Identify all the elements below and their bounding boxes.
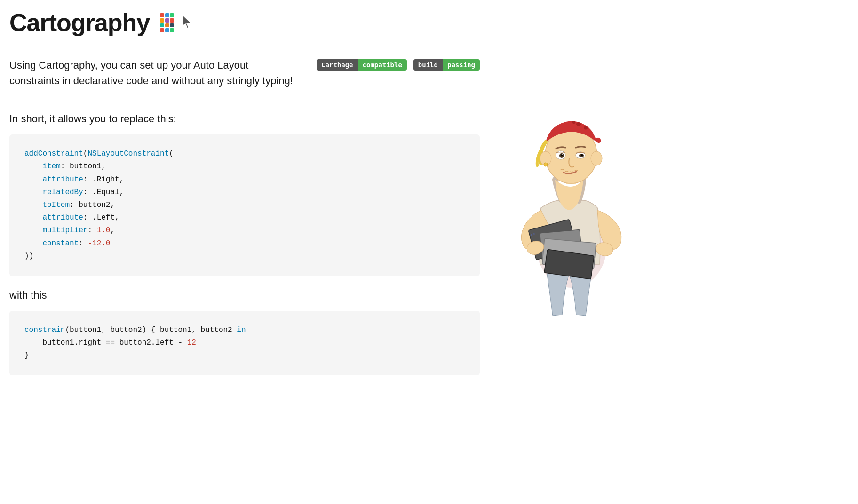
code-line: relatedBy: .Equal, (24, 186, 465, 199)
svg-point-16 (562, 154, 563, 155)
carthage-badge: Carthage compatible (317, 59, 407, 71)
code-line: toItem: button2, (24, 199, 465, 212)
code-line: addConstraint(NSLayoutConstraint( (24, 148, 465, 160)
svg-point-11 (584, 126, 588, 130)
build-badge-right: passing (443, 59, 480, 71)
svg-point-21 (544, 163, 548, 166)
code-line: constant: -12.0 (24, 237, 465, 250)
code-line: multiplier: 1.0, (24, 224, 465, 237)
svg-point-22 (591, 151, 602, 165)
svg-point-12 (572, 121, 576, 124)
code-line: )) (24, 250, 465, 263)
code-line: } (24, 349, 465, 362)
main-layout: Using Cartography, you can set up your A… (9, 57, 849, 388)
phone-icon (160, 13, 174, 32)
code-line: item: button1, (24, 160, 465, 173)
code-block-2: constrain(button1, button2) { button1, b… (9, 311, 480, 376)
svg-marker-0 (183, 15, 191, 28)
code-line: attribute: .Right, (24, 173, 465, 186)
code-block-1: addConstraint(NSLayoutConstraint( item: … (9, 134, 480, 276)
page-title: Cartography (9, 9, 150, 36)
build-badge-left: build (413, 59, 443, 71)
svg-point-19 (581, 154, 583, 156)
intro-badges-row: Using Cartography, you can set up your A… (9, 57, 480, 102)
intro-text: Using Cartography, you can set up your A… (9, 57, 298, 88)
build-badge: build passing (413, 59, 480, 71)
character-illustration-container: ♦ ♦ (499, 86, 649, 323)
cursor-icon (181, 14, 194, 32)
header-section: Cartography (9, 9, 849, 44)
left-content: Using Cartography, you can set up your A… (9, 57, 480, 388)
code-line: constrain(button1, button2) { button1, b… (24, 324, 465, 337)
badges-container: Carthage compatible build passing (317, 59, 480, 71)
code-line: attribute: .Left, (24, 212, 465, 224)
title-icons (155, 13, 194, 32)
code-line: button1.right == button2.left - 12 (24, 337, 465, 349)
character-illustration: ♦ ♦ (499, 86, 640, 321)
carthage-badge-right: compatible (358, 59, 407, 71)
page-container: Cartography (9, 9, 849, 388)
with-this-label: with this (9, 289, 480, 301)
replace-label: In short, it allows you to replace this: (9, 113, 480, 125)
svg-point-10 (576, 122, 581, 126)
carthage-badge-left: Carthage (317, 59, 358, 71)
